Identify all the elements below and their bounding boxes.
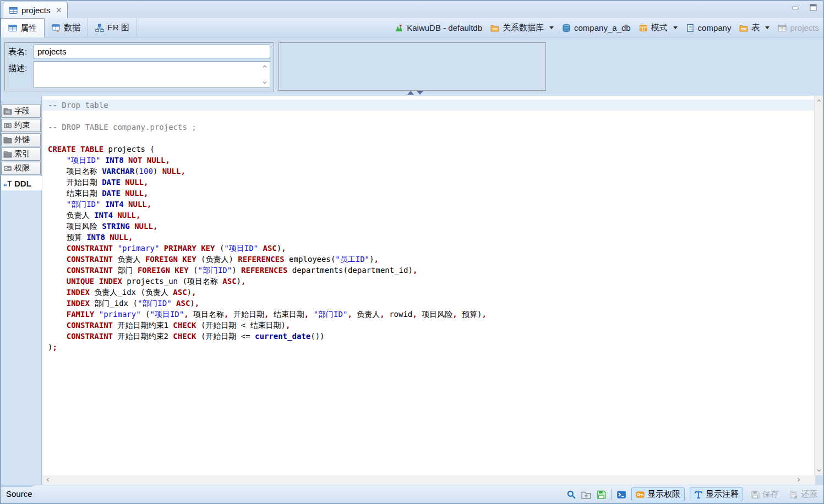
chevron-down-icon[interactable] <box>765 26 770 29</box>
view-tabs: 属性 数据 ER 图 <box>1 18 137 37</box>
breadcrumb-relational-db[interactable]: 关系数据库 <box>490 23 554 33</box>
key-gray-icon <box>3 164 12 173</box>
document-icon <box>686 24 695 32</box>
textarea-scroll <box>261 63 269 86</box>
panel-sash-handle[interactable] <box>407 91 423 95</box>
code-line: UNIQUE INDEX projects_un (项目名称 ASC), <box>42 276 815 287</box>
scroll-up-icon[interactable] <box>816 97 822 104</box>
table-gray-icon <box>778 24 787 32</box>
description-label: 描述: <box>8 61 34 74</box>
folder-icon <box>739 24 748 32</box>
sash-up-arrow-icon[interactable] <box>407 91 414 95</box>
ddl-icon <box>3 179 12 188</box>
editor-tab-label: projects <box>21 6 51 15</box>
chevron-down-icon[interactable] <box>549 26 554 29</box>
toggle-label: 显示注释 <box>706 489 739 500</box>
vertical-scrollbar[interactable] <box>814 96 823 475</box>
load-from-file-icon[interactable] <box>581 490 591 500</box>
toggle-label: 显示权限 <box>647 489 680 500</box>
code-line: "项目ID" INT8 NOT NULL, <box>42 155 815 166</box>
breadcrumb-database[interactable]: company_a_db <box>562 23 631 32</box>
breadcrumb-label: company_a_db <box>574 23 631 32</box>
description-textarea[interactable] <box>34 61 270 88</box>
sidebar-item-permissions[interactable]: 权限 <box>1 162 41 175</box>
save-to-file-icon[interactable] <box>596 490 606 500</box>
chevron-up-icon[interactable] <box>261 63 268 70</box>
breadcrumb-label: 关系数据库 <box>503 23 544 33</box>
chevron-down-icon[interactable] <box>673 26 678 29</box>
text-comment-icon <box>694 490 703 499</box>
er-diagram-icon <box>95 24 104 32</box>
tab-label: 数据 <box>64 23 80 33</box>
editor-tab-projects[interactable]: projects ✕ <box>3 2 68 18</box>
secondary-empty-panel <box>279 42 546 91</box>
sidebar-item-foreign-keys[interactable]: 外键 <box>1 133 41 146</box>
sash-down-arrow-icon[interactable] <box>417 91 423 95</box>
code-line: 项目风险 STRING NULL, <box>42 221 815 232</box>
sidebar-item-label: 字段 <box>14 106 30 116</box>
sidebar: 字段 约束 外键 索引 权限 DDL <box>1 96 42 487</box>
chevron-down-icon[interactable] <box>261 79 268 86</box>
show-permissions-toggle[interactable]: 显示权限 <box>631 487 685 501</box>
breadcrumb-schema[interactable]: 模式 <box>639 23 678 33</box>
database-icon <box>562 24 571 32</box>
sidebar-item-columns[interactable]: 字段 <box>1 105 41 118</box>
show-comments-toggle[interactable]: 显示注释 <box>690 487 743 501</box>
breadcrumb-label: company <box>698 23 732 32</box>
scroll-left-icon[interactable] <box>45 476 51 483</box>
ddl-source-editor[interactable]: -- Drop table -- DROP TABLE company.proj… <box>42 96 815 475</box>
tab-data[interactable]: 数据 <box>45 18 88 37</box>
table-icon <box>8 24 17 32</box>
sidebar-item-label: 索引 <box>14 149 30 159</box>
code-line: CONSTRAINT 负责人 FOREIGN KEY (负责人) REFEREN… <box>42 254 815 265</box>
sidebar-item-label: 权限 <box>14 163 30 173</box>
breadcrumb-tables[interactable]: 表 <box>739 23 770 33</box>
code-line: INDEX 负责人_idx (负责人 ASC), <box>42 287 815 298</box>
permissions-key-icon <box>636 490 645 499</box>
folder-icon <box>490 24 499 32</box>
editor-tabbar: projects ✕ <box>1 1 823 18</box>
code-line: 结束日期 DATE NULL, <box>42 188 815 199</box>
toolbar: 属性 数据 ER 图 KaiwuDB - defaultdb 关系数据库 <box>1 18 823 37</box>
status-bar: Source 显示权限 显示注释 保存 还原 <box>1 485 823 503</box>
tab-er-diagram[interactable]: ER 图 <box>88 18 137 37</box>
horizontal-scrollbar[interactable] <box>42 475 815 485</box>
source-tab-indicator <box>1 485 32 487</box>
breadcrumb-label: projects <box>790 23 819 32</box>
folder-gray-icon <box>3 150 12 158</box>
code-line: CONSTRAINT 部门 FOREIGN KEY ("部门ID") REFER… <box>42 265 815 276</box>
source-tab[interactable]: Source <box>6 489 32 498</box>
statusbar-toolbar: 显示权限 显示注释 保存 还原 <box>566 487 820 502</box>
minimize-button[interactable] <box>792 3 800 12</box>
code-line: FAMILY "primary" ("项目ID", 项目名称, 开始日期, 结束… <box>42 309 815 320</box>
maximize-button[interactable] <box>809 3 818 12</box>
schema-icon <box>639 24 648 32</box>
table-icon <box>9 6 18 15</box>
code-line: CONSTRAINT 开始日期约束1 CHECK (开始日期 < 结束日期), <box>42 320 815 331</box>
breadcrumb-label: 模式 <box>651 23 668 33</box>
breadcrumb-connection[interactable]: KaiwuDB - defaultdb <box>395 23 482 32</box>
code-line <box>42 133 815 144</box>
sidebar-item-constraints[interactable]: 约束 <box>1 119 41 132</box>
close-icon[interactable]: ✕ <box>56 6 62 14</box>
open-console-icon[interactable] <box>616 490 626 500</box>
scroll-down-icon[interactable] <box>816 467 822 474</box>
table-properties-panel: 表名: 描述: <box>1 37 823 96</box>
breadcrumb-company[interactable]: company <box>686 23 732 32</box>
ddl-source-code: -- Drop table -- DROP TABLE company.proj… <box>42 96 815 353</box>
code-line: -- DROP TABLE company.projects ; <box>42 122 815 133</box>
code-line: CONSTRAINT "primary" PRIMARY KEY ("项目ID"… <box>42 243 815 254</box>
search-icon[interactable] <box>566 490 576 500</box>
tab-label: ER 图 <box>107 23 129 33</box>
sidebar-item-indexes[interactable]: 索引 <box>1 147 41 161</box>
table-name-input[interactable] <box>34 45 270 58</box>
breadcrumb: KaiwuDB - defaultdb 关系数据库 company_a_db 模… <box>395 18 819 37</box>
scroll-right-icon[interactable] <box>795 476 802 483</box>
tab-properties[interactable]: 属性 <box>1 18 45 37</box>
breadcrumb-label: KaiwuDB - defaultdb <box>407 23 482 32</box>
toolbar-separator <box>611 489 612 500</box>
sidebar-item-ddl[interactable]: DDL <box>1 176 42 190</box>
code-line: INDEX 部门_idx ("部门ID" ASC), <box>42 298 815 309</box>
data-grid-icon <box>52 24 61 32</box>
save-button: 保存 <box>748 488 782 501</box>
